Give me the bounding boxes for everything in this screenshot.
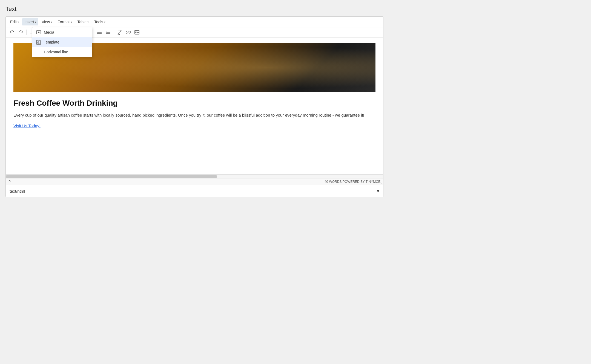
media-icon	[36, 30, 41, 35]
menu-item-format[interactable]: Format ▾	[55, 18, 74, 25]
indent-button[interactable]	[104, 28, 112, 36]
svg-rect-3	[37, 41, 38, 42]
menu-format-label: Format	[58, 20, 70, 24]
menu-item-insert[interactable]: Insert ▾	[22, 18, 38, 25]
dropdown-item-template[interactable]: Template	[32, 37, 92, 47]
status-element: P	[8, 180, 11, 184]
hline-icon	[36, 50, 41, 54]
toolbar-separator-3	[94, 30, 94, 35]
dropdown-item-hline[interactable]: Horizontal line	[32, 47, 92, 57]
menu-table-arrow: ▾	[87, 21, 89, 24]
svg-rect-4	[37, 42, 38, 44]
content-heading: Fresh Coffee Worth Drinking	[13, 99, 375, 108]
format-selector[interactable]: text/html ▾	[6, 185, 383, 197]
svg-rect-5	[39, 41, 40, 44]
horizontal-scrollbar-thumb	[6, 175, 217, 178]
editor-content[interactable]: Fresh Coffee Worth Drinking Every cup of…	[6, 37, 383, 174]
menu-view-arrow: ▾	[51, 21, 52, 24]
menu-table-label: Table	[78, 20, 87, 24]
dropdown-item-template-label: Template	[44, 40, 59, 44]
dropdown-item-hline-label: Horizontal line	[44, 50, 68, 54]
menu-item-view[interactable]: View ▾	[39, 18, 54, 25]
menu-bar: Edit ▾ Insert ▾ View ▾ Format ▾ Table ▾ …	[6, 17, 383, 27]
resize-handle[interactable]: ⤡	[379, 181, 383, 184]
redo-button[interactable]	[17, 28, 25, 36]
format-arrow-icon: ▾	[377, 188, 379, 194]
content-link[interactable]: Visit Us Today!	[13, 123, 41, 128]
menu-tools-label: Tools	[94, 20, 103, 24]
menu-tools-arrow: ▾	[104, 21, 105, 24]
link-button[interactable]	[124, 28, 132, 36]
menu-item-edit[interactable]: Edit ▾	[8, 18, 21, 25]
menu-insert-label: Insert	[24, 20, 34, 24]
menu-item-tools[interactable]: Tools ▾	[92, 18, 108, 25]
menu-insert-arrow: ▾	[35, 21, 36, 24]
horizontal-scrollbar[interactable]	[6, 174, 383, 178]
toolbar-separator-1	[26, 30, 27, 35]
svg-line-41	[117, 30, 121, 34]
page-title: Text	[5, 5, 586, 13]
svg-marker-1	[38, 31, 40, 33]
svg-line-42	[128, 32, 129, 33]
status-word-count: 40 WORDS POWERED BY TINYMCE	[325, 180, 380, 184]
undo-button[interactable]	[8, 28, 16, 36]
toolbar-separator-4	[114, 30, 114, 35]
format-value: text/html	[10, 189, 25, 193]
content-body: Every cup of our quality artisan coffee …	[13, 112, 375, 119]
menu-item-table[interactable]: Table ▾	[75, 18, 91, 25]
menu-view-label: View	[42, 20, 50, 24]
menu-edit-label: Edit	[10, 20, 17, 24]
dropdown-item-media-label: Media	[44, 30, 54, 34]
dropdown-item-media[interactable]: Media	[32, 27, 92, 37]
outdent-button[interactable]	[95, 28, 104, 36]
unlink-button[interactable]	[115, 28, 124, 36]
status-bar: P 40 WORDS POWERED BY TINYMCE ⤡	[6, 178, 383, 185]
menu-format-arrow: ▾	[71, 21, 72, 24]
menu-edit-arrow: ▾	[18, 21, 19, 24]
image-button[interactable]	[133, 28, 141, 36]
template-icon	[36, 40, 41, 45]
editor-container: Edit ▾ Insert ▾ View ▾ Format ▾ Table ▾ …	[5, 16, 383, 197]
insert-dropdown-menu: Media Template	[32, 27, 92, 57]
